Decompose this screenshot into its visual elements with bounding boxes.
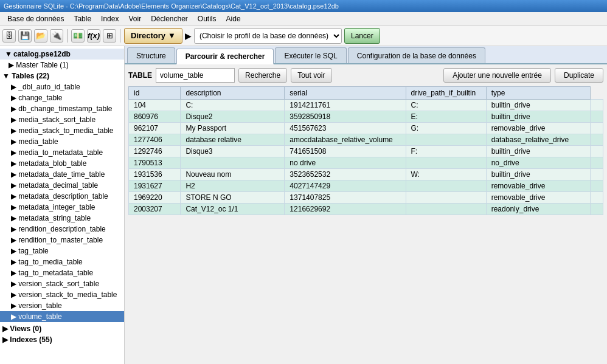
profile-select[interactable]: (Choisir le profil de la base de données…	[194, 28, 342, 44]
cell-row8-col4: removable_drive	[486, 192, 590, 204]
cell-row4-extra	[590, 146, 603, 157]
tout-voir-button[interactable]: Tout voir	[291, 68, 331, 83]
table-arrow: ▶	[11, 290, 16, 299]
connect-icon[interactable]: 🔌	[50, 29, 63, 43]
cell-row7-col1: H2	[181, 180, 285, 192]
recherche-button[interactable]: Recherche	[238, 68, 287, 83]
sidebar-master-table[interactable]: ▶ Master Table (1)	[0, 60, 124, 70]
tab-parcourir[interactable]: Parcourir & rechercher	[176, 49, 274, 64]
tab-sql[interactable]: Exécuter le SQL	[275, 47, 346, 63]
cell-row8-extra	[590, 192, 603, 204]
sidebar-table-version[interactable]: ▶ version_table	[0, 300, 124, 311]
menu-table[interactable]: Table	[69, 13, 96, 24]
sidebar-table-metadata-int[interactable]: ▶ metadata_integer_table	[0, 202, 124, 213]
sidebar-table-volume[interactable]: ▶ volume_table	[0, 311, 124, 322]
table-area: TABLE Recherche Tout voir Ajouter une no…	[125, 64, 607, 364]
table-arrow: ▶	[11, 225, 16, 233]
table-name-input[interactable]	[156, 68, 235, 83]
cell-row8-col0: 1969220	[129, 192, 181, 204]
table-row[interactable]: 962107My Passport451567623G:removable_dr…	[129, 123, 603, 134]
sidebar-table-version-sort[interactable]: ▶ version_stack_sort_table	[0, 278, 124, 289]
table-row[interactable]: 104C:1914211761C:builtin_drive	[129, 100, 603, 111]
menu-index[interactable]: Index	[96, 13, 123, 24]
sidebar-table-media[interactable]: ▶ media_table	[0, 136, 124, 147]
open-icon[interactable]: 📂	[34, 29, 47, 43]
function-icon[interactable]: f(x)	[87, 29, 100, 43]
table-arrow: ▶	[11, 126, 16, 135]
cell-row2-col1: My Passport	[181, 123, 285, 134]
table-row[interactable]: 1292746Disque3741651508F:builtin_drive	[129, 146, 603, 157]
directory-arrow: ▼	[168, 31, 176, 40]
views-arrow: ▶	[2, 325, 8, 333]
cell-row7-col0: 1931627	[129, 180, 181, 192]
sidebar-table-change[interactable]: ▶ change_table	[0, 92, 124, 103]
save-icon[interactable]: 💾	[18, 29, 32, 43]
sidebar-table-metadata-desc[interactable]: ▶ metadata_description_table	[0, 191, 124, 202]
table-arrow: ▶	[11, 214, 16, 222]
cell-row0-col4: builtin_drive	[486, 100, 590, 111]
sidebar-table-media-stack-sort[interactable]: ▶ media_stack_sort_table	[0, 114, 124, 125]
table-arrow: ▶	[11, 269, 16, 277]
menu-base-donnees[interactable]: Base de données	[2, 13, 69, 24]
sidebar-table-tag-to-metadata[interactable]: ▶ tag_to_metadata_table	[0, 267, 124, 278]
table-row[interactable]: 1969220STORE N GO1371407825removable_dri…	[129, 192, 603, 204]
grid-icon[interactable]: ⊞	[103, 29, 116, 43]
menu-aide[interactable]: Aide	[221, 13, 246, 24]
sidebar-table-metadata-datetime[interactable]: ▶ metadata_date_time_table	[0, 169, 124, 180]
cell-row5-col4: no_drive	[486, 157, 590, 169]
toolbar: 🗄 💾 📂 🔌 💵 f(x) ⊞ Directory ▼ ▶ (Choisir …	[0, 26, 607, 46]
data-table-container[interactable]: id description serial drive_path_if_buil…	[128, 86, 603, 360]
tab-structure[interactable]: Structure	[127, 47, 175, 63]
cell-row4-col4: builtin_drive	[486, 146, 590, 157]
cell-row0-col2: 1914211761	[285, 100, 406, 111]
cell-row9-col1: Cat_V12_oc 1/1	[181, 204, 285, 215]
col-header-serial: serial	[285, 87, 406, 100]
sidebar-table-metadata-decimal[interactable]: ▶ metadata_decimal_table	[0, 180, 124, 191]
table-row[interactable]: 860976Disque23592850918E:builtin_drive	[129, 111, 603, 123]
table-row[interactable]: 1277406database relativeamocdatabase_rel…	[129, 134, 603, 146]
col-header-drive: drive_path_if_builtin	[406, 87, 486, 100]
sidebar-table-rendition-desc[interactable]: ▶ rendition_description_table	[0, 224, 124, 235]
directory-button[interactable]: Directory ▼	[124, 28, 182, 44]
sidebar-table-tag[interactable]: ▶ tag_table	[0, 246, 124, 256]
tab-config[interactable]: Configuration de la base de données	[348, 47, 485, 63]
sidebar-table-media-stack-to-media[interactable]: ▶ media_stack_to_media_table	[0, 125, 124, 136]
cell-row4-col3: F:	[406, 146, 486, 157]
sidebar-table-db-change-ts[interactable]: ▶ db_change_timestamp_table	[0, 103, 124, 114]
sidebar-indexes-section[interactable]: ▶ Indexes (55)	[0, 334, 124, 345]
ajouter-entree-button[interactable]: Ajouter une nouvelle entrée	[443, 68, 551, 83]
sidebar-table-metadata-string[interactable]: ▶ metadata_string_table	[0, 213, 124, 224]
table-arrow: ▶	[11, 94, 16, 102]
cell-row6-extra	[590, 169, 603, 180]
cell-row8-col1: STORE N GO	[181, 192, 285, 204]
table-arrow: ▶	[11, 181, 16, 190]
cell-row5-extra	[590, 157, 603, 169]
cell-row7-col4: removable_drive	[486, 180, 590, 192]
duplicate-button[interactable]: Duplicate	[555, 68, 603, 83]
menu-outils[interactable]: Outils	[193, 13, 221, 24]
sidebar-table-version-to-media[interactable]: ▶ version_stack_to_media_table	[0, 289, 124, 300]
table-label: TABLE	[128, 71, 152, 80]
menu-voir[interactable]: Voir	[123, 13, 146, 24]
table-row[interactable]: 1931536Nouveau nom3523652532W:builtin_dr…	[129, 169, 603, 180]
cell-row6-col0: 1931536	[129, 169, 181, 180]
sidebar-db-label[interactable]: ▼ catalog.pse12db	[0, 49, 124, 60]
table-arrow: ▶	[11, 258, 16, 266]
sidebar-table-media-to-metadata[interactable]: ▶ media_to_metadata_table	[0, 147, 124, 158]
lancer-button[interactable]: Lancer	[344, 28, 380, 44]
data-table: id description serial drive_path_if_buil…	[128, 86, 603, 215]
sidebar-table-metadata-blob[interactable]: ▶ metadata_blob_table	[0, 158, 124, 169]
table-row[interactable]: 1790513no driveno_drive	[129, 157, 603, 169]
sidebar-table-tag-to-media[interactable]: ▶ tag_to_media_table	[0, 256, 124, 267]
table-row[interactable]: 2003207Cat_V12_oc 1/11216629692readonly_…	[129, 204, 603, 215]
sidebar-tables-section[interactable]: ▼ Tables (22)	[0, 70, 124, 81]
table-arrow: ▶	[11, 159, 16, 168]
sidebar-table-rendition-master[interactable]: ▶ rendition_to_master_table	[0, 235, 124, 246]
menu-declencher[interactable]: Déclencher	[146, 13, 193, 24]
cell-row5-col0: 1790513	[129, 157, 181, 169]
sidebar-table-dbl-auto[interactable]: ▶ _dbl_auto_id_table	[0, 81, 124, 92]
table-row[interactable]: 1931627H24027147429removable_drive	[129, 180, 603, 192]
sidebar-views-section[interactable]: ▶ Views (0)	[0, 323, 124, 334]
dollar-icon[interactable]: 💵	[71, 29, 85, 43]
db-icon[interactable]: 🗄	[2, 29, 16, 43]
